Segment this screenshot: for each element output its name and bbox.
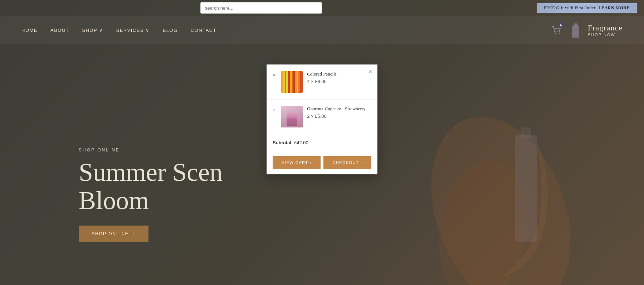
nav-item-services[interactable]: SERVICES ∨ xyxy=(116,27,150,33)
subtotal-text: Subtotal: £42.00 xyxy=(273,140,308,145)
item-2-details: Gourmet Cupcake - Strawberry 2 × £5.00 xyxy=(307,106,371,119)
splash-decoration xyxy=(358,106,572,285)
search-bar[interactable] xyxy=(200,2,322,14)
nav-item-blog[interactable]: BLOG xyxy=(163,27,178,33)
shop-online-button[interactable]: SHOP ONLINE → xyxy=(79,226,148,242)
nav-item-about[interactable]: ABOUT xyxy=(50,27,69,33)
cupcake-image xyxy=(281,106,303,127)
promo-banner: FREE Gift with First Order LEARN MORE xyxy=(537,3,637,13)
remove-item-2-button[interactable]: × xyxy=(273,106,275,112)
svg-point-5 xyxy=(558,33,560,34)
subtotal-value: £42.00 xyxy=(294,140,308,145)
cart-actions: VIEW CART › CHECKOUT › xyxy=(267,151,377,174)
cupcake-body xyxy=(287,117,297,126)
chevron-down-icon: ∨ xyxy=(99,28,103,33)
promo-text: FREE Gift with First Order xyxy=(544,5,596,11)
hero-content: SHOP ONLINE Summer Scen Bloom SHOP ONLIN… xyxy=(79,148,223,242)
svg-rect-2 xyxy=(515,135,537,242)
nav-bar: HOME ABOUT SHOP ∨ SERVICES ∨ BLOG CONTAC… xyxy=(0,16,644,44)
svg-rect-6 xyxy=(572,26,579,38)
cart-badge: 6 xyxy=(558,22,564,28)
item-2-name: Gourmet Cupcake - Strawberry xyxy=(307,106,371,112)
nav-right: 6 Fragrance SHOP NOW xyxy=(548,20,623,40)
nav-links: HOME ABOUT SHOP ∨ SERVICES ∨ BLOG CONTAC… xyxy=(21,27,216,33)
remove-item-1-button[interactable]: × xyxy=(273,71,275,78)
fragrance-shop-now[interactable]: SHOP NOW xyxy=(588,33,615,37)
colored-pencils-image xyxy=(281,71,303,93)
svg-rect-8 xyxy=(574,23,577,25)
perfume-icon xyxy=(569,20,581,40)
nav-item-home[interactable]: HOME xyxy=(21,27,38,33)
hero-label: SHOP ONLINE xyxy=(79,148,223,153)
nav-link-blog[interactable]: BLOG xyxy=(163,28,178,33)
hero-title: Summer Scen Bloom xyxy=(79,158,223,215)
svg-rect-3 xyxy=(521,127,531,138)
promo-link[interactable]: LEARN MORE xyxy=(599,5,630,11)
fragrance-title: Fragrance xyxy=(588,23,623,33)
view-cart-button[interactable]: VIEW CART › xyxy=(273,156,321,169)
cupcake-frosting xyxy=(287,112,297,118)
cart-icon-wrap[interactable]: 6 xyxy=(548,20,565,40)
cart-item: × Colored Pencils 4 × £8.00 xyxy=(267,65,377,100)
item-1-image xyxy=(281,71,303,93)
item-1-name: Colored Pencils xyxy=(307,71,371,77)
subtotal-row: Subtotal: £42.00 xyxy=(267,134,377,151)
item-1-price: 4 × £8.00 xyxy=(307,79,371,84)
cart-popup: × × Colored Pencils 4 × £8.00 × Gourmet … xyxy=(267,64,377,174)
nav-item-contact[interactable]: CONTACT xyxy=(191,27,216,33)
nav-link-contact[interactable]: CONTACT xyxy=(191,28,216,33)
fragrance-promo: Fragrance SHOP NOW xyxy=(588,23,623,37)
nav-link-shop[interactable]: SHOP ∨ xyxy=(82,28,103,33)
nav-link-services[interactable]: SERVICES ∨ xyxy=(116,28,150,33)
search-input[interactable] xyxy=(200,2,322,14)
item-1-details: Colored Pencils 4 × £8.00 xyxy=(307,71,371,84)
item-2-image xyxy=(281,106,303,127)
cart-item: × Gourmet Cupcake - Strawberry 2 × £5.00 xyxy=(267,100,377,134)
chevron-down-icon: ∨ xyxy=(146,28,150,33)
item-2-price: 2 × £5.00 xyxy=(307,113,371,119)
nav-link-about[interactable]: ABOUT xyxy=(50,28,69,33)
top-bar: FREE Gift with First Order LEARN MORE xyxy=(0,0,644,16)
nav-link-home[interactable]: HOME xyxy=(21,28,38,33)
svg-point-4 xyxy=(555,33,556,34)
checkout-button[interactable]: CHECKOUT › xyxy=(323,156,371,169)
nav-item-shop[interactable]: SHOP ∨ xyxy=(82,27,103,33)
